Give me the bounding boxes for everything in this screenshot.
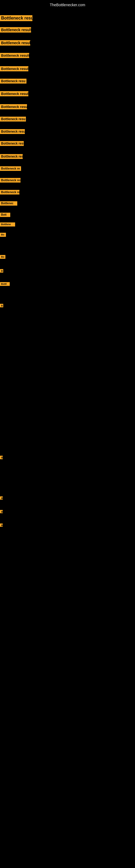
bottleneck-label-16: Bottlenec — [0, 201, 17, 206]
bottleneck-label-20: Bo — [0, 255, 5, 259]
bottleneck-label-8: Bottleneck result — [0, 104, 27, 109]
bottleneck-label-1: Bottleneck result — [0, 15, 32, 21]
bottleneck-label-11: Bottleneck resu — [0, 141, 24, 146]
bottleneck-label-17: Bott — [0, 213, 10, 217]
bottleneck-label-18: Bottlene — [0, 222, 15, 226]
bottleneck-label-21: B — [0, 269, 3, 273]
bottleneck-label-26: B — [0, 510, 3, 513]
bottleneck-label-15: Bottleneck re — [0, 190, 19, 194]
bottleneck-label-23: B — [0, 304, 3, 307]
site-title: TheBottlenecker.com — [0, 1, 135, 9]
bottleneck-label-2: Bottleneck result — [0, 27, 31, 33]
bottleneck-label-6: Bottleneck resu — [0, 79, 27, 84]
bottleneck-label-14: Bottleneck res — [0, 178, 20, 183]
bottleneck-label-25: B — [0, 496, 3, 500]
bottleneck-label-22: Bottl — [0, 282, 10, 286]
bottleneck-label-24: B — [0, 456, 3, 459]
bottleneck-label-10: Bottleneck resu — [0, 129, 25, 134]
bottleneck-label-9: Bottleneck resu — [0, 117, 26, 122]
bottleneck-label-7: Bottleneck result — [0, 91, 28, 96]
bottleneck-label-27: B — [0, 524, 3, 527]
bottleneck-label-19: Bo — [0, 233, 6, 237]
bottleneck-label-12: Bottleneck res — [0, 154, 23, 159]
bottleneck-label-5: Bottleneck result — [0, 66, 28, 71]
bottleneck-label-3: Bottleneck result — [0, 40, 30, 45]
bottleneck-label-4: Bottleneck result — [0, 53, 29, 58]
bottleneck-label-13: Bottleneck re — [0, 166, 21, 171]
